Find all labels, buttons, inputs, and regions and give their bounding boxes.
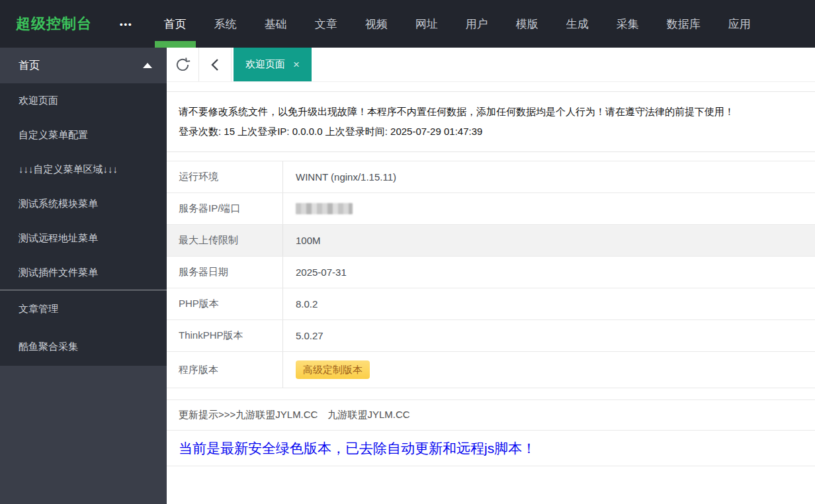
chevron-left-icon [210, 58, 220, 72]
sidebar-group-home-label: 首页 [19, 59, 40, 73]
topbar: 超级控制台 ••• 首页 系统 基础 文章 视频 网址 用户 模版 生成 采集 … [0, 0, 815, 48]
table-row-server-ip: 服务器IP/端口 [167, 193, 815, 225]
nav-item-video[interactable]: 视频 [351, 0, 402, 48]
nav-item-home[interactable]: 首页 [150, 0, 200, 48]
login-info-line: 登录次数: 15 上次登录IP: 0.0.0.0 上次登录时间: 2025-07… [179, 122, 815, 142]
content: 欢迎页面 × 请不要修改系统文件，以免升级出现故障！本程序不内置任何数据，添加任… [167, 48, 815, 504]
brand-logo[interactable]: 超级控制台 [16, 0, 92, 48]
nav-item-article[interactable]: 文章 [301, 0, 351, 48]
server-ip-masked-value [296, 203, 353, 214]
update-hint-row: 更新提示>>>九游联盟JYLM.CC 九游联盟JYLM.CC [167, 399, 815, 431]
nav-item-generate[interactable]: 生成 [552, 0, 603, 48]
nav-item-user[interactable]: 用户 [452, 0, 502, 48]
row-value: WINNT (nginx/1.15.11) [283, 161, 815, 192]
row-value: 高级定制版本 [283, 352, 815, 388]
sidebar-item-custom-menu-zone[interactable]: ↓↓↓自定义菜单区域↓↓↓ [0, 152, 167, 187]
row-label: 程序版本 [167, 352, 283, 388]
server-info-table: 运行环境 WINNT (nginx/1.15.11) 服务器IP/端口 最大上传… [167, 161, 815, 388]
row-label: 运行环境 [167, 161, 283, 192]
welcome-page: 请不要修改系统文件，以免升级出现故障！本程序不内置任何数据，添加任何数据均是个人… [167, 82, 815, 504]
row-label: PHP版本 [167, 288, 283, 319]
table-row-php-version: PHP版本 8.0.2 [167, 288, 815, 320]
version-badge: 高级定制版本 [296, 360, 370, 379]
refresh-icon [174, 56, 191, 73]
main-area: 首页 欢迎页面 自定义菜单配置 ↓↓↓自定义菜单区域↓↓↓ 测试系统模块菜单 测… [0, 48, 815, 504]
tab-close-icon[interactable]: × [293, 59, 300, 70]
system-notice: 请不要修改系统文件，以免升级出现故障！本程序不内置任何数据，添加任何数据均是个人… [167, 91, 815, 152]
row-label: ThinkPHP版本 [167, 320, 283, 351]
admin-console: 超级控制台 ••• 首页 系统 基础 文章 视频 网址 用户 模版 生成 采集 … [0, 0, 815, 504]
sidebar-group-kuyu-collect[interactable]: 酷鱼聚合采集 [0, 328, 167, 366]
top-nav: 首页 系统 基础 文章 视频 网址 用户 模版 生成 采集 数据库 应用 [150, 0, 765, 48]
row-label: 最大上传限制 [167, 225, 283, 256]
table-row-upload-limit: 最大上传限制 100M [167, 225, 815, 257]
sidebar-item-test-system-module[interactable]: 测试系统模块菜单 [0, 187, 167, 221]
system-notice-line1: 请不要修改系统文件，以免升级出现故障！本程序不内置任何数据，添加任何数据均是个人… [179, 102, 815, 122]
sidebar: 首页 欢迎页面 自定义菜单配置 ↓↓↓自定义菜单区域↓↓↓ 测试系统模块菜单 测… [0, 48, 167, 504]
back-button[interactable] [199, 48, 232, 81]
row-value [283, 193, 815, 224]
sidebar-group-article-manage[interactable]: 文章管理 [0, 290, 167, 328]
tab-welcome-page-label: 欢迎页面 [245, 58, 285, 71]
row-value: 8.0.2 [283, 288, 815, 319]
nav-item-template[interactable]: 模版 [502, 0, 552, 48]
row-value: 5.0.27 [283, 320, 815, 351]
sidebar-submenu: 欢迎页面 自定义菜单配置 ↓↓↓自定义菜单区域↓↓↓ 测试系统模块菜单 测试远程… [0, 83, 167, 366]
sidebar-item-custom-menu-config[interactable]: 自定义菜单配置 [0, 118, 167, 152]
nav-item-basic[interactable]: 基础 [251, 0, 301, 48]
table-row-runtime: 运行环境 WINNT (nginx/1.15.11) [167, 161, 815, 193]
nav-item-database[interactable]: 数据库 [653, 0, 714, 48]
tab-welcome-page[interactable]: 欢迎页面 × [234, 48, 312, 81]
sidebar-item-welcome[interactable]: 欢迎页面 [0, 83, 167, 118]
nav-item-app[interactable]: 应用 [714, 0, 765, 48]
row-label: 服务器日期 [167, 257, 283, 288]
sidebar-item-test-plugin-file[interactable]: 测试插件文件菜单 [0, 255, 167, 290]
nav-item-collect[interactable]: 采集 [603, 0, 653, 48]
refresh-button[interactable] [167, 48, 199, 81]
tabstrip: 欢迎页面 × [167, 48, 815, 82]
table-row-program-version: 程序版本 高级定制版本 [167, 352, 815, 388]
nav-item-system[interactable]: 系统 [200, 0, 251, 48]
row-label: 服务器IP/端口 [167, 193, 283, 224]
sidebar-item-test-remote-url[interactable]: 测试远程地址菜单 [0, 221, 167, 255]
row-value: 100M [283, 225, 815, 256]
row-value: 2025-07-31 [283, 257, 815, 288]
caret-up-icon [143, 63, 152, 68]
sidebar-collapse-icon[interactable]: ••• [120, 0, 133, 48]
table-row-server-date: 服务器日期 2025-07-31 [167, 257, 815, 288]
version-safety-notice: 当前是最新安全绿色版本，已去除自动更新和远程js脚本！ [167, 431, 815, 466]
table-row-thinkphp-version: ThinkPHP版本 5.0.27 [167, 320, 815, 352]
sidebar-group-home[interactable]: 首页 [0, 48, 167, 83]
nav-item-url[interactable]: 网址 [402, 0, 452, 48]
